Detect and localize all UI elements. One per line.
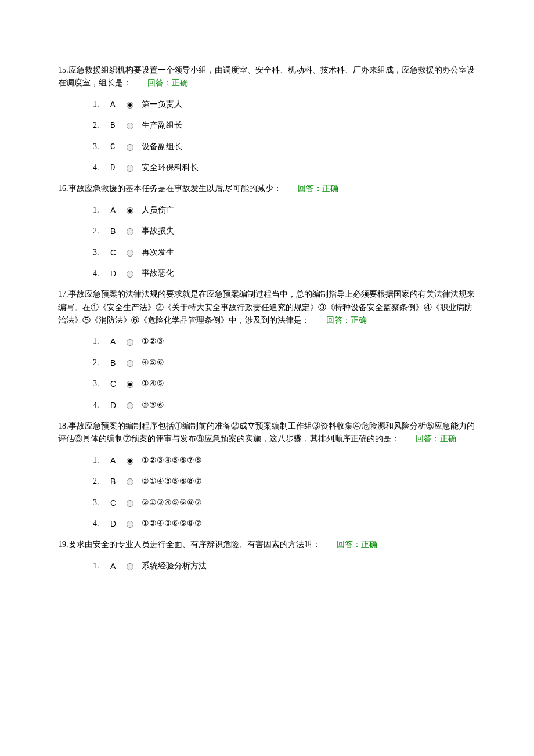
option-item: 4.D事故恶化 bbox=[93, 267, 476, 280]
option-label: ②①③④⑤⑥⑧⑦ bbox=[142, 496, 202, 509]
option-radio[interactable] bbox=[127, 250, 134, 257]
option-item: 3.C设备副组长 bbox=[93, 141, 476, 153]
option-letter: B bbox=[110, 475, 127, 488]
option-label: ①④⑤ bbox=[142, 377, 164, 390]
option-item: 3.C再次发生 bbox=[93, 246, 476, 259]
option-letter: A bbox=[110, 98, 127, 111]
option-label: 第一负责人 bbox=[142, 98, 182, 111]
option-item: 3.C②①③④⑤⑥⑧⑦ bbox=[93, 496, 476, 509]
exam-page: 15.应急救援组织机构要设置一个领导小组，由调度室、安全科、机动科、技术科、厂办… bbox=[58, 64, 476, 573]
option-radio[interactable] bbox=[127, 402, 134, 409]
option-label: ①②③④⑤⑥⑦⑧ bbox=[142, 454, 202, 467]
question-text: 16.事故应急救援的基本任务是在事故发生以后,尽可能的减少： 回答：正确 bbox=[58, 182, 476, 195]
option-label: ①②④③⑥⑤⑧⑦ bbox=[142, 517, 202, 530]
question-text: 19.要求由安全的专业人员进行全面、有序辨识危险、有害因素的方法叫： 回答：正确 bbox=[58, 538, 476, 551]
option-index: 1. bbox=[93, 454, 110, 467]
option-index: 2. bbox=[93, 119, 110, 132]
option-index: 2. bbox=[93, 475, 110, 488]
option-letter: C bbox=[110, 141, 127, 153]
option-radio[interactable] bbox=[127, 228, 134, 235]
question-block: 18.事故应急预案的编制程序包括①编制前的准备②成立预案编制工作组③资料收集④危… bbox=[58, 420, 476, 530]
option-letter: B bbox=[110, 119, 127, 132]
option-letter: D bbox=[110, 161, 127, 174]
option-radio[interactable] bbox=[127, 521, 134, 528]
option-label: ④⑤⑥ bbox=[142, 357, 164, 369]
option-item: 4.D①②④③⑥⑤⑧⑦ bbox=[93, 517, 476, 530]
option-letter: C bbox=[110, 377, 127, 390]
option-item: 2.B②①④③⑤⑥⑧⑦ bbox=[93, 475, 476, 488]
option-radio[interactable] bbox=[127, 102, 134, 109]
option-radio[interactable] bbox=[127, 339, 134, 346]
option-item: 3.C①④⑤ bbox=[93, 377, 476, 390]
question-number: 16. bbox=[58, 184, 68, 193]
option-index: 3. bbox=[93, 246, 110, 259]
answer-feedback: 回答：正确 bbox=[416, 434, 456, 443]
option-label: 事故损失 bbox=[142, 225, 174, 237]
option-radio[interactable] bbox=[127, 563, 134, 570]
option-letter: B bbox=[110, 225, 127, 237]
option-list: 1.A人员伤亡2.B事故损失3.C再次发生4.D事故恶化 bbox=[58, 204, 476, 280]
option-index: 1. bbox=[93, 560, 110, 573]
option-index: 4. bbox=[93, 267, 110, 280]
option-item: 4.D安全环保科科长 bbox=[93, 161, 476, 174]
option-item: 1.A①②③ bbox=[93, 335, 476, 348]
option-list: 1.A系统经验分析方法 bbox=[58, 560, 476, 573]
option-item: 1.A①②③④⑤⑥⑦⑧ bbox=[93, 454, 476, 467]
question-text: 15.应急救援组织机构要设置一个领导小组，由调度室、安全科、机动科、技术科、厂办… bbox=[58, 64, 476, 90]
option-letter: A bbox=[110, 454, 127, 467]
option-radio[interactable] bbox=[127, 458, 134, 465]
option-radio[interactable] bbox=[127, 207, 134, 214]
option-label: 事故恶化 bbox=[142, 267, 174, 280]
question-text: 17.事故应急预案的法律法规的要求就是在应急预案编制过程当中，总的编制指导上必须… bbox=[58, 288, 476, 327]
question-block: 19.要求由安全的专业人员进行全面、有序辨识危险、有害因素的方法叫： 回答：正确… bbox=[58, 538, 476, 573]
option-index: 1. bbox=[93, 98, 110, 111]
option-list: 1.A第一负责人2.B生产副组长3.C设备副组长4.D安全环保科科长 bbox=[58, 98, 476, 175]
option-index: 2. bbox=[93, 225, 110, 237]
option-item: 2.B④⑤⑥ bbox=[93, 357, 476, 369]
option-label: 系统经验分析方法 bbox=[142, 560, 207, 573]
option-item: 1.A第一负责人 bbox=[93, 98, 476, 111]
option-index: 1. bbox=[93, 335, 110, 348]
option-letter: B bbox=[110, 357, 127, 369]
option-index: 3. bbox=[93, 141, 110, 153]
question-block: 17.事故应急预案的法律法规的要求就是在应急预案编制过程当中，总的编制指导上必须… bbox=[58, 288, 476, 412]
question-body: 事故应急预案的编制程序包括①编制前的准备②成立预案编制工作组③资料收集④危险源和… bbox=[58, 422, 475, 443]
option-letter: A bbox=[110, 560, 127, 573]
option-letter: C bbox=[110, 496, 127, 509]
option-list: 1.A①②③2.B④⑤⑥3.C①④⑤4.D②③⑥ bbox=[58, 335, 476, 412]
question-body: 应急救援组织机构要设置一个领导小组，由调度室、安全科、机动科、技术科、厂办来组成… bbox=[58, 66, 475, 87]
option-radio[interactable] bbox=[127, 144, 134, 151]
option-index: 4. bbox=[93, 517, 110, 530]
option-index: 3. bbox=[93, 377, 110, 390]
option-radio[interactable] bbox=[127, 360, 134, 367]
option-letter: D bbox=[110, 267, 127, 280]
option-item: 1.A系统经验分析方法 bbox=[93, 560, 476, 573]
option-index: 2. bbox=[93, 357, 110, 369]
option-radio[interactable] bbox=[127, 271, 134, 278]
question-number: 15. bbox=[58, 66, 68, 74]
option-item: 2.B生产副组长 bbox=[93, 119, 476, 132]
option-label: 安全环保科科长 bbox=[142, 161, 199, 174]
option-label: ①②③ bbox=[142, 335, 164, 348]
question-body: 事故应急预案的法律法规的要求就是在应急预案编制过程当中，总的编制指导上必须要根据… bbox=[58, 290, 475, 325]
option-list: 1.A①②③④⑤⑥⑦⑧2.B②①④③⑤⑥⑧⑦3.C②①③④⑤⑥⑧⑦4.D①②④③… bbox=[58, 454, 476, 531]
option-letter: A bbox=[110, 335, 127, 348]
option-index: 1. bbox=[93, 204, 110, 217]
option-radio[interactable] bbox=[127, 123, 134, 129]
option-index: 4. bbox=[93, 161, 110, 174]
option-item: 2.B事故损失 bbox=[93, 225, 476, 237]
answer-feedback: 回答：正确 bbox=[337, 540, 377, 549]
option-letter: D bbox=[110, 399, 127, 412]
option-label: 设备副组长 bbox=[142, 141, 182, 153]
option-index: 3. bbox=[93, 496, 110, 509]
option-label: ②①④③⑤⑥⑧⑦ bbox=[142, 475, 202, 488]
option-radio[interactable] bbox=[127, 500, 134, 507]
option-radio[interactable] bbox=[127, 381, 134, 388]
option-radio[interactable] bbox=[127, 478, 134, 485]
option-letter: A bbox=[110, 204, 127, 217]
option-letter: D bbox=[110, 517, 127, 530]
option-label: 再次发生 bbox=[142, 246, 174, 259]
answer-feedback: 回答：正确 bbox=[298, 184, 338, 193]
option-radio[interactable] bbox=[127, 165, 134, 172]
question-number: 17. bbox=[58, 290, 68, 298]
